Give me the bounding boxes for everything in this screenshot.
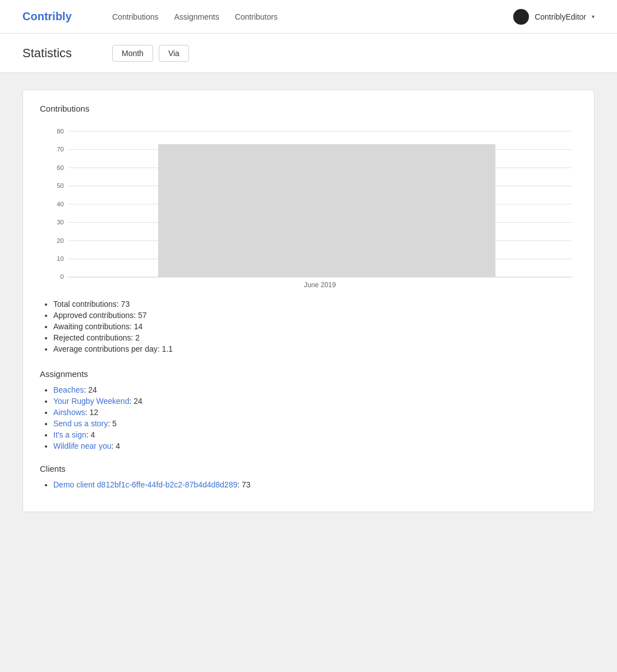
svg-text:70: 70 (57, 146, 63, 153)
svg-text:40: 40 (57, 201, 63, 208)
svg-text:0: 0 (61, 273, 64, 280)
svg-text:10: 10 (57, 255, 63, 262)
chart-bar (158, 144, 495, 277)
list-item: Your Rugby Weekend: 24 (53, 397, 577, 406)
assignments-section: Assignments Beaches: 24 Your Rugby Weeke… (40, 369, 577, 450)
assignment-wildlife-value: 4 (116, 441, 120, 450)
assignment-sign-link[interactable]: It's a sign (53, 430, 86, 439)
clients-title: Clients (40, 464, 577, 473)
nav-contributions[interactable]: Contributions (112, 12, 159, 21)
stat-rejected: Rejected contributions: 2 (53, 333, 577, 342)
assignment-beaches-value: 24 (88, 385, 97, 394)
chart-container: 80 70 60 50 40 30 20 10 0 (40, 120, 577, 288)
stat-average: Average contributions per day: 1.1 (53, 344, 577, 353)
assignment-rugby-link[interactable]: Your Rugby Weekend (53, 397, 129, 406)
contributions-stats-list: Total contributions: 73 Approved contrib… (40, 300, 577, 353)
assignment-wildlife-link[interactable]: Wildlife near you (53, 441, 112, 450)
stats-card: Contributions (22, 90, 595, 512)
chevron-down-icon[interactable]: ▾ (592, 13, 595, 20)
nav-contributors[interactable]: Contributors (235, 12, 278, 21)
assignments-list: Beaches: 24 Your Rugby Weekend: 24 Airsh… (40, 385, 577, 450)
assignment-sendstory-link[interactable]: Send us a story (53, 419, 108, 428)
list-item: Beaches: 24 (53, 385, 577, 394)
svg-text:20: 20 (57, 237, 63, 244)
filter-buttons: Month Via (112, 45, 189, 62)
svg-text:30: 30 (57, 219, 63, 225)
month-filter-button[interactable]: Month (112, 45, 153, 62)
via-filter-button[interactable]: Via (159, 45, 189, 62)
stat-total: Total contributions: 73 (53, 300, 577, 309)
contributions-section: Contributions (40, 104, 577, 353)
main-content: Contributions (0, 73, 617, 529)
svg-text:June 2019: June 2019 (304, 281, 336, 288)
page-title: Statistics (22, 46, 112, 61)
clients-section: Clients Demo client d812bf1c-6ffe-44fd-b… (40, 464, 577, 489)
assignment-sendstory-value: 5 (112, 419, 117, 428)
list-item: Demo client d812bf1c-6ffe-44fd-b2c2-87b4… (53, 480, 577, 489)
chart-svg: 80 70 60 50 40 30 20 10 0 (40, 120, 577, 288)
svg-text:60: 60 (57, 164, 63, 171)
navbar: Contribly Contributions Assignments Cont… (0, 0, 617, 34)
sub-header: Statistics Month Via (0, 34, 617, 73)
stat-awaiting: Awaiting contributions: 14 (53, 322, 577, 331)
contributions-title: Contributions (40, 104, 577, 113)
list-item: It's a sign: 4 (53, 430, 577, 439)
client-demo-link[interactable]: Demo client d812bf1c-6ffe-44fd-b2c2-87b4… (53, 480, 237, 489)
client-demo-value: 73 (242, 480, 251, 489)
navbar-right: ContriblyEditor ▾ (513, 9, 595, 25)
assignment-sign-value: 4 (90, 430, 95, 439)
list-item: Wildlife near you: 4 (53, 441, 577, 450)
clients-list: Demo client d812bf1c-6ffe-44fd-b2c2-87b4… (40, 480, 577, 489)
assignments-title: Assignments (40, 369, 577, 379)
avatar (513, 9, 529, 25)
assignment-airshows-value: 12 (90, 408, 99, 417)
page-wrapper: Contribly Contributions Assignments Cont… (0, 0, 617, 672)
user-name: ContriblyEditor (535, 12, 586, 21)
assignment-rugby-value: 24 (133, 397, 142, 406)
brand-logo[interactable]: Contribly (22, 10, 90, 23)
nav-assignments[interactable]: Assignments (174, 12, 219, 21)
svg-text:80: 80 (57, 128, 63, 135)
svg-text:50: 50 (57, 182, 63, 189)
stat-approved: Approved contributions: 57 (53, 311, 577, 320)
nav-links: Contributions Assignments Contributors (112, 12, 513, 21)
assignment-airshows-link[interactable]: Airshows (53, 408, 85, 417)
list-item: Send us a story: 5 (53, 419, 577, 428)
list-item: Airshows: 12 (53, 408, 577, 417)
assignment-beaches-link[interactable]: Beaches (53, 385, 84, 394)
